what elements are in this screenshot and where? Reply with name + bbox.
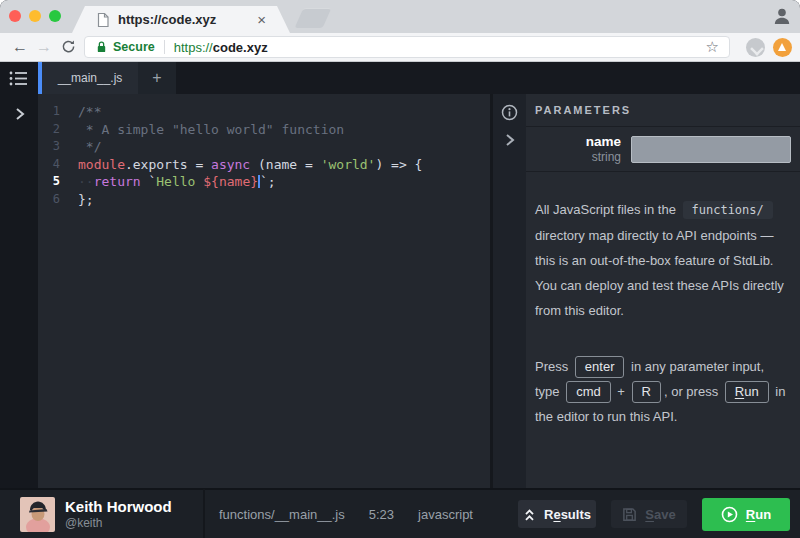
new-tab-button[interactable] bbox=[295, 8, 332, 28]
avatar[interactable] bbox=[20, 497, 55, 532]
extension-icon-orange[interactable] bbox=[773, 38, 792, 57]
browser-tabstrip: https://code.xyz × bbox=[0, 0, 800, 33]
save-label: Save bbox=[645, 507, 675, 522]
url-host: code.xyz bbox=[213, 40, 268, 55]
editor-main: __main__.js + 1/**2 * A simple "hello wo… bbox=[38, 62, 800, 488]
url-separator bbox=[164, 40, 165, 54]
editor-tabbar: __main__.js + bbox=[38, 62, 800, 94]
user-info: Keith Horwood @keith bbox=[0, 497, 203, 532]
panel-paragraph: All JavaScript files in the functions/ d… bbox=[535, 197, 788, 323]
editor-tab-main-js[interactable]: __main__.js bbox=[42, 62, 138, 94]
panel-help-text: All JavaScript files in the functions/ d… bbox=[526, 172, 800, 429]
traffic-lights bbox=[9, 10, 61, 22]
line-number: 1 bbox=[38, 103, 60, 121]
user-text: Keith Horwood @keith bbox=[65, 498, 172, 530]
status-bar: Keith Horwood @keith functions/__main__.… bbox=[0, 488, 800, 538]
editor-new-tab-button[interactable]: + bbox=[138, 62, 176, 94]
panel-paragraph: Press enter in any parameter input, type… bbox=[535, 354, 788, 429]
browser-toolbar: ← → Secure https:// code.xyz ☆ bbox=[0, 33, 800, 62]
param-name-input[interactable] bbox=[631, 136, 791, 163]
run-label: Run bbox=[746, 507, 771, 522]
language-label: javascript bbox=[418, 507, 473, 522]
expand-sidebar-icon[interactable] bbox=[13, 106, 26, 122]
code-line[interactable]: 4module.exports = async (name = 'world')… bbox=[38, 156, 490, 174]
code-line[interactable]: 5··return `Hello ${name}`; bbox=[38, 173, 490, 191]
param-name: name bbox=[535, 134, 621, 150]
line-number: 6 bbox=[38, 191, 60, 209]
bookmark-star-icon[interactable]: ☆ bbox=[706, 40, 719, 54]
browser-window: https://code.xyz × ← → Secure bbox=[0, 0, 800, 538]
close-tab-icon[interactable]: × bbox=[257, 12, 266, 27]
param-type: string bbox=[535, 150, 621, 164]
file-info: functions/__main__.js 5:23 javascript bbox=[205, 507, 473, 522]
menu-list-icon[interactable] bbox=[8, 70, 30, 87]
cursor-position: 5:23 bbox=[369, 507, 394, 522]
forward-button[interactable]: → bbox=[32, 38, 56, 56]
param-row: name string bbox=[526, 127, 800, 172]
play-icon bbox=[721, 506, 738, 523]
secure-label: Secure bbox=[113, 40, 155, 54]
code-line[interactable]: 2 * A simple "hello world" function bbox=[38, 121, 490, 139]
left-rail bbox=[0, 62, 38, 488]
close-window-button[interactable] bbox=[9, 10, 21, 22]
code-line[interactable]: 6}; bbox=[38, 191, 490, 209]
back-button[interactable]: ← bbox=[8, 38, 32, 56]
file-path: functions/__main__.js bbox=[219, 507, 345, 522]
results-button[interactable]: Results bbox=[518, 500, 596, 528]
key-chip: enter bbox=[575, 356, 625, 378]
panel-body: PARAMETERS name string All JavaScript fi… bbox=[526, 94, 800, 488]
page-icon bbox=[96, 12, 110, 28]
collapse-panel-icon[interactable] bbox=[503, 132, 516, 148]
extension-icon-gray[interactable] bbox=[746, 38, 765, 57]
panel-header: PARAMETERS bbox=[526, 94, 800, 127]
action-buttons: Results Save Run bbox=[518, 498, 800, 531]
profile-icon[interactable] bbox=[772, 6, 792, 26]
code-chip: functions/ bbox=[683, 201, 773, 219]
chevrons-up-icon bbox=[523, 507, 536, 522]
panel-rail bbox=[493, 94, 526, 488]
address-bar[interactable]: Secure https:// code.xyz ☆ bbox=[84, 36, 730, 58]
param-label: name string bbox=[535, 134, 621, 164]
editor-content: 1/**2 * A simple "hello world" function3… bbox=[38, 94, 800, 488]
zoom-window-button[interactable] bbox=[49, 10, 61, 22]
info-icon[interactable] bbox=[501, 104, 518, 121]
user-handle: @keith bbox=[65, 516, 172, 530]
save-button[interactable]: Save bbox=[611, 500, 687, 528]
key-chip: R bbox=[632, 381, 661, 403]
line-number: 4 bbox=[38, 156, 60, 174]
minimize-window-button[interactable] bbox=[29, 10, 41, 22]
code-editor-app: __main__.js + 1/**2 * A simple "hello wo… bbox=[0, 62, 800, 488]
lock-icon bbox=[95, 40, 108, 54]
line-number: 5 bbox=[38, 173, 60, 191]
line-number: 3 bbox=[38, 138, 60, 156]
browser-tab[interactable]: https://code.xyz × bbox=[72, 6, 290, 33]
url-scheme: https:// bbox=[174, 40, 213, 55]
code-line[interactable]: 1/** bbox=[38, 103, 490, 121]
code-line[interactable]: 3 */ bbox=[38, 138, 490, 156]
run-button[interactable]: Run bbox=[702, 498, 790, 531]
results-label: Results bbox=[544, 507, 591, 522]
code-editor[interactable]: 1/**2 * A simple "hello world" function3… bbox=[38, 94, 490, 488]
line-number: 2 bbox=[38, 121, 60, 139]
save-icon bbox=[622, 507, 637, 522]
tab-title: https://code.xyz bbox=[118, 12, 257, 27]
key-chip: Run bbox=[725, 381, 769, 403]
user-name: Keith Horwood bbox=[65, 498, 172, 516]
reload-button[interactable] bbox=[56, 38, 80, 56]
parameters-panel: PARAMETERS name string All JavaScript fi… bbox=[490, 94, 800, 488]
key-chip: cmd bbox=[566, 381, 611, 403]
